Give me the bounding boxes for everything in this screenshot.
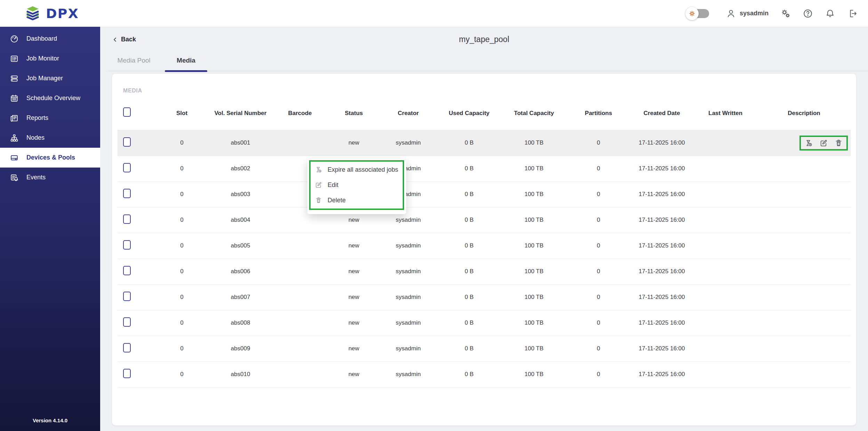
sidebar-item-label: Schedule Overview <box>26 95 80 102</box>
menu-item-expire[interactable]: Expire all associated jobs <box>307 162 406 177</box>
cell-partitions: 0 <box>567 242 630 250</box>
table-row[interactable]: 0abs010newsysadmin0 B100 TB017-11-2025 1… <box>118 362 851 388</box>
cell-vol-serial: abs004 <box>209 216 272 224</box>
cell-partitions: 0 <box>567 268 630 276</box>
chevron-left-icon <box>112 36 118 43</box>
row-checkbox[interactable] <box>123 189 131 198</box>
select-all-cell <box>118 107 154 119</box>
row-checkbox[interactable] <box>123 163 131 172</box>
cell-used-capacity: 0 B <box>437 268 501 276</box>
bars-icon <box>10 74 19 83</box>
row-checkbox[interactable] <box>123 240 131 250</box>
cell-vol-serial: abs010 <box>209 371 272 379</box>
row-checkbox[interactable] <box>123 343 131 352</box>
sidebar-item-label: Events <box>26 174 46 181</box>
cell-total-capacity: 100 TB <box>501 190 567 198</box>
media-table: SlotVol. Serial NumberBarcodeStatusCreat… <box>118 97 851 388</box>
user-menu[interactable]: sysadmin <box>726 8 769 19</box>
table-row[interactable]: 0abs001newsysadmin0 B100 TB017-11-2025 1… <box>118 130 851 156</box>
row-checkbox[interactable] <box>123 266 131 275</box>
column-header-vol-serial-number[interactable]: Vol. Serial Number <box>209 109 272 117</box>
column-header-status[interactable]: Status <box>328 109 379 117</box>
section-label: MEDIA <box>118 74 851 94</box>
table-row[interactable]: 0abs009newsysadmin0 B100 TB017-11-2025 1… <box>118 336 851 362</box>
cell-creator: sysadmin <box>379 293 437 301</box>
cell-status: new <box>328 345 379 353</box>
cell-total-capacity: 100 TB <box>501 319 567 327</box>
column-header-barcode[interactable]: Barcode <box>272 109 328 117</box>
cell-vol-serial: abs008 <box>209 319 272 327</box>
cell-slot: 0 <box>154 216 209 224</box>
cell-creator: sysadmin <box>379 319 437 327</box>
sidebar-item-job-monitor[interactable]: Job Monitor <box>0 49 100 68</box>
cell-partitions: 0 <box>567 293 630 301</box>
cell-total-capacity: 100 TB <box>501 268 567 276</box>
row-select-cell <box>118 343 154 355</box>
cell-description <box>757 136 851 151</box>
cell-partitions: 0 <box>567 371 630 379</box>
theme-toggle-knob[interactable] <box>685 7 699 20</box>
dpx-logo-icon <box>24 5 41 22</box>
row-checkbox[interactable] <box>123 369 131 378</box>
sidebar-item-schedule-overview[interactable]: Schedule Overview <box>0 88 100 108</box>
expire-action-icon[interactable] <box>804 139 813 147</box>
cell-used-capacity: 0 B <box>437 293 501 301</box>
cell-created-date: 17-11-2025 16:00 <box>630 293 693 301</box>
cell-total-capacity: 100 TB <box>501 345 567 353</box>
cell-created-date: 17-11-2025 16:00 <box>630 139 693 147</box>
row-select-cell <box>118 266 154 278</box>
table-row[interactable]: 0abs006newsysadmin0 B100 TB017-11-2025 1… <box>118 259 851 285</box>
sidebar-item-label: Reports <box>26 114 48 122</box>
delete-action-icon[interactable] <box>834 139 843 147</box>
column-header-description[interactable]: Description <box>757 109 851 117</box>
cell-vol-serial: abs007 <box>209 293 272 301</box>
sidebar-item-devices-pools[interactable]: Devices & Pools <box>0 148 100 168</box>
notifications-bell-icon[interactable] <box>825 8 835 19</box>
sidebar-item-label: Job Monitor <box>26 55 59 62</box>
row-checkbox[interactable] <box>123 137 131 147</box>
sidebar-item-dashboard[interactable]: Dashboard <box>0 29 100 49</box>
table-row[interactable]: 0abs002newsysadmin0 B100 TB017-11-2025 1… <box>118 156 851 182</box>
cell-created-date: 17-11-2025 16:00 <box>630 345 693 353</box>
sidebar-item-nodes[interactable]: Nodes <box>0 128 100 148</box>
column-header-partitions[interactable]: Partitions <box>567 109 630 117</box>
table-row[interactable]: 0abs004newsysadmin0 B100 TB017-11-2025 1… <box>118 208 851 233</box>
cell-used-capacity: 0 B <box>437 190 501 198</box>
table-row[interactable]: 0abs003newsysadmin0 B100 TB017-11-2025 1… <box>118 182 851 208</box>
column-header-created-date[interactable]: Created Date <box>630 109 693 117</box>
column-header-total-capacity[interactable]: Total Capacity <box>501 109 567 117</box>
row-checkbox[interactable] <box>123 292 131 301</box>
table-row[interactable]: 0abs005newsysadmin0 B100 TB017-11-2025 1… <box>118 233 851 259</box>
settings-gears-icon[interactable] <box>780 8 791 19</box>
app-logo: DPX <box>24 5 79 22</box>
column-header-slot[interactable]: Slot <box>154 109 209 117</box>
logout-icon[interactable] <box>847 8 858 19</box>
column-header-used-capacity[interactable]: Used Capacity <box>437 109 501 117</box>
edit-action-icon[interactable] <box>819 139 828 147</box>
sidebar-item-reports[interactable]: Reports <box>0 108 100 128</box>
theme-toggle[interactable] <box>690 9 709 18</box>
menu-item-delete[interactable]: Delete <box>307 193 406 208</box>
column-header-creator[interactable]: Creator <box>379 109 437 117</box>
menu-item-edit[interactable]: Edit <box>307 177 406 193</box>
expire-icon <box>315 166 322 173</box>
table-row[interactable]: 0abs007newsysadmin0 B100 TB017-11-2025 1… <box>118 285 851 310</box>
back-button[interactable]: Back <box>112 36 136 43</box>
row-checkbox[interactable] <box>123 317 131 327</box>
cell-creator: sysadmin <box>379 345 437 353</box>
cell-vol-serial: abs005 <box>209 242 272 250</box>
tab-media[interactable]: Media <box>160 52 212 71</box>
cell-used-capacity: 0 B <box>437 216 501 224</box>
column-header-last-written[interactable]: Last Written <box>693 109 757 117</box>
app-logo-text: DPX <box>46 6 79 21</box>
sidebar-item-label: Nodes <box>26 134 45 141</box>
help-icon[interactable] <box>803 8 813 19</box>
row-select-cell <box>118 137 154 149</box>
select-all-checkbox[interactable] <box>123 107 131 117</box>
tab-media-pool[interactable]: Media Pool <box>108 52 160 71</box>
row-checkbox[interactable] <box>123 214 131 224</box>
cell-status: new <box>328 139 379 147</box>
table-row[interactable]: 0abs008newsysadmin0 B100 TB017-11-2025 1… <box>118 310 851 336</box>
sidebar-item-events[interactable]: Events <box>0 168 100 187</box>
sidebar-item-job-manager[interactable]: Job Manager <box>0 68 100 88</box>
